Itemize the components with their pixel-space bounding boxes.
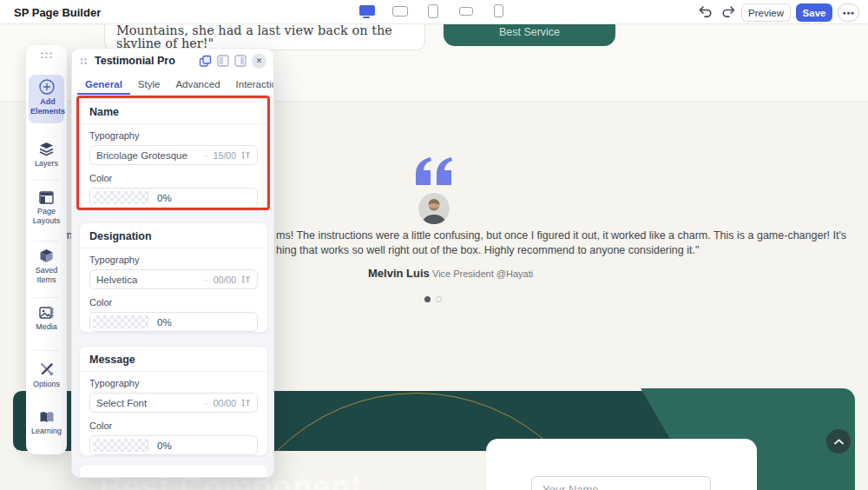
mobile-landscape-view-icon[interactable] [459,7,473,16]
redo-icon[interactable] [720,6,736,19]
builder-sidebar: Add Elements Layers Page Layouts Saved I… [26,45,67,454]
undo-icon[interactable] [698,6,713,19]
panel-body: Name Typography Bricolage Grotesque · 15… [72,96,273,478]
sidebar-item-label: Layers [28,159,66,169]
tablet-landscape-view-icon[interactable] [392,6,408,17]
testimonial-text-line2: hing that works so well right out of the… [276,244,699,256]
section-title: Message [89,354,258,366]
save-label: Save [803,8,826,18]
avatar [418,193,450,224]
sidebar-item-media[interactable]: Media [26,306,67,332]
font-size-value: 00/00 [214,275,236,285]
testimonial-author-designation: Vice President @Hayati [432,268,533,279]
font-value: Select Font [96,398,203,408]
page-layout-icon [39,191,54,204]
sidebar-item-options[interactable]: Options [26,361,67,389]
cube-icon [39,248,54,263]
tab-general[interactable]: General [77,73,130,95]
transparency-swatch[interactable] [93,439,148,452]
sidebar-divider [34,387,59,387]
separator-dot: · [205,275,208,285]
sidebar-item-saved-items[interactable]: Saved Items [26,248,67,284]
opacity-value: 0% [148,189,172,207]
top-toolbar: SP Page Builder Preview Save ●●● [0,0,868,24]
testimonial-pro-panel: Testimonial Pro ✕ General Style Advanced… [71,48,274,478]
section-title: Name [89,106,258,118]
section-card-designation: Designation Typography Helvetica · 00/00… [79,222,268,333]
preview-button[interactable]: Preview [741,3,791,22]
color-picker-name[interactable]: 0% [89,188,258,208]
sidebar-drag-handle[interactable] [40,51,52,58]
text-height-icon [241,398,251,407]
best-service-label: Best Service [499,26,560,38]
text-height-icon [241,275,251,284]
quote-icon [415,157,453,189]
separator-dot: · [205,398,208,408]
sidebar-item-label: Add Elements [29,97,67,116]
duplicate-icon[interactable] [199,55,212,68]
tab-interaction[interactable]: Interaction [228,73,274,95]
section-title: Designation [89,230,258,242]
section-card-partial [79,464,268,478]
sidebar-item-label: Media [28,322,66,332]
typography-label: Typography [89,378,258,388]
sidebar-item-label: Page Layouts [28,207,66,225]
carousel-dot[interactable] [436,296,442,302]
color-picker-message[interactable]: 0% [89,435,258,455]
mobile-portrait-view-icon[interactable] [494,4,503,17]
sidebar-item-layers[interactable]: Layers [26,142,67,169]
app-title: SP Page Builder [14,6,101,19]
font-select-message[interactable]: Select Font · 00/00 [89,393,258,413]
font-select-name[interactable]: Bricolage Grotesque · 15/00 [89,145,258,165]
tools-icon [39,361,55,377]
divider [80,248,267,248]
preview-label: Preview [748,8,784,18]
your-name-input[interactable] [531,476,711,490]
tab-style[interactable]: Style [130,73,168,95]
tab-label: Style [138,79,161,89]
close-glyph: ✕ [256,56,263,65]
hero-text-card: Mountains, she had a last view back on t… [104,24,425,50]
media-icon [39,306,55,320]
transparency-swatch[interactable] [93,191,148,204]
tab-label: Advanced [175,79,220,89]
color-label: Color [89,420,258,431]
more-options-button[interactable]: ●●● [838,3,859,22]
panel-title: Testimonial Pro [95,55,175,67]
book-icon [39,411,55,424]
panel-drag-handle[interactable] [80,57,88,65]
carousel-dot-active[interactable] [424,296,431,302]
dock-left-icon[interactable] [217,55,229,67]
sidebar-divider [34,241,59,242]
section-card-message: Message Typography Select Font · 00/00 C… [79,346,268,456]
transparency-swatch[interactable] [93,315,148,328]
font-value: Bricolage Grotesque [96,150,203,161]
tablet-portrait-view-icon[interactable] [428,4,438,18]
sidebar-item-learning[interactable]: Learning [26,411,67,436]
color-label: Color [89,297,258,308]
dock-right-icon[interactable] [234,55,247,67]
separator-dot: · [205,150,208,161]
ellipsis-icon: ●●● [842,10,854,16]
color-picker-designation[interactable]: 0% [89,312,258,332]
panel-tab-bar: General Style Advanced Interaction [72,73,273,96]
contact-form-card [486,439,757,490]
desktop-view-icon[interactable] [359,5,375,16]
save-button[interactable]: Save [796,3,832,22]
sidebar-item-add-elements[interactable]: Add Elements [29,75,64,123]
section-card-name: Name Typography Bricolage Grotesque · 15… [79,98,268,208]
opacity-value: 0% [148,436,172,454]
desktop-stand [363,17,370,18]
hero-text-line1: Mountains, she had a last view back on t… [116,24,413,37]
panel-header: Testimonial Pro ✕ [72,49,273,73]
sidebar-item-label: Learning [28,427,66,436]
layers-icon [39,142,54,156]
divider [80,123,267,124]
tab-advanced[interactable]: Advanced [168,73,227,95]
font-select-designation[interactable]: Helvetica · 00/00 [89,269,258,289]
close-icon[interactable]: ✕ [252,54,266,69]
sidebar-divider [34,297,59,298]
sidebar-item-page-layouts[interactable]: Page Layouts [26,191,67,225]
best-service-button[interactable]: Best Service [444,24,615,46]
scroll-to-top-button[interactable] [826,429,851,454]
